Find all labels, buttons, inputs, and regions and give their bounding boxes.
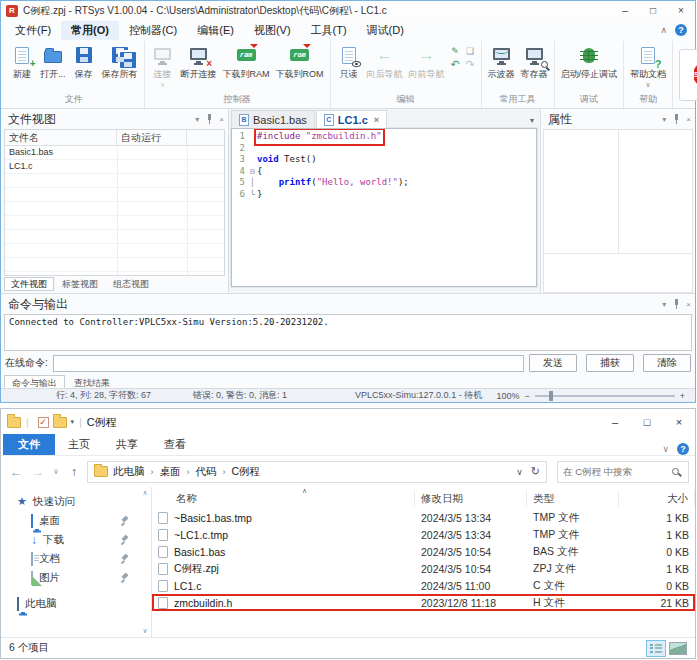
menu-item-控制器(C)[interactable]: 控制器(C) (119, 21, 187, 40)
file-row-~Basic1.bas.tmp[interactable]: ~Basic1.bas.tmp2024/3/5 13:34TMP 文件1 KB (152, 509, 695, 526)
menu-item-编辑(E)[interactable]: 编辑(E) (187, 21, 244, 40)
thumbnail-view-button[interactable] (669, 642, 687, 655)
file-view-pin-icon[interactable] (205, 114, 213, 124)
file-row-Basic1.bas[interactable]: Basic1.bas2024/3/5 10:54BAS 文件0 KB (152, 543, 695, 560)
zoom-slider-thumb[interactable] (549, 391, 553, 401)
fold-marker-icon[interactable]: │ (248, 177, 257, 189)
explorer-close-button[interactable]: × (663, 409, 695, 435)
refresh-icon[interactable]: ↻ (531, 465, 540, 478)
ribbon-button-帮助文档[interactable]: ?帮助文档∨ (627, 42, 669, 87)
qat-check-icon[interactable]: ✓ (38, 417, 49, 428)
menu-item-文件(F)[interactable]: 文件(F) (5, 21, 61, 40)
ribbon-expand-icon[interactable]: ∨ (662, 444, 669, 454)
ribbon-button-下载到ROM[interactable]: rom下载到ROM (273, 42, 327, 81)
ribbon-button-下载到RAM[interactable]: ram下载到RAM (220, 42, 273, 81)
redo-icon[interactable]: ↷ (465, 59, 476, 70)
properties-pin-icon[interactable] (672, 114, 680, 124)
online-command-input[interactable] (53, 355, 524, 372)
rtsys-titlebar[interactable]: R C例程.zpj - RTSys V1.00.04 - C:\Users\Ad… (1, 1, 695, 20)
explorer-tab-主页[interactable]: 主页 (55, 434, 103, 455)
ribbon-button-只读[interactable]: 只读 (334, 42, 364, 81)
breadcrumb-item-此电脑[interactable]: 此电脑 (113, 465, 145, 479)
address-dropdown-icon[interactable]: ∨ (516, 467, 523, 477)
sidebar-item-文档[interactable]: 文档 (1, 549, 139, 568)
ribbon-button-向前导航[interactable]: →向前导航 (406, 42, 448, 81)
explorer-maximize-button[interactable]: □ (631, 409, 663, 435)
column-header-修改日期[interactable]: 修改日期 (415, 491, 527, 507)
breadcrumb-item-代码[interactable]: 代码 (196, 465, 217, 479)
breadcrumb[interactable]: 此电脑›桌面›代码›C例程 ∨ ↻ (87, 461, 547, 483)
ribbon-button-断开连接[interactable]: ×断开连接 (178, 42, 220, 81)
nav-forward-icon[interactable]: → (29, 465, 47, 479)
code-editor[interactable]: 1#include "zmcbuildin.h"23void Test()4⊟{… (231, 128, 537, 287)
file-view-col-autorun[interactable]: 自动运行 (117, 130, 187, 145)
column-header-大小[interactable]: 大小 (619, 491, 695, 507)
details-view-button[interactable] (646, 640, 666, 657)
nav-back-icon[interactable]: ← (7, 465, 25, 479)
view-tab-文件视图[interactable]: 文件视图 (4, 277, 54, 291)
file-view-dropdown-icon[interactable]: ▾ (195, 115, 199, 124)
fold-marker-icon[interactable]: ⊟ (248, 166, 257, 178)
breadcrumb-item-桌面[interactable]: 桌面 (160, 465, 181, 479)
menu-item-视图(V)[interactable]: 视图(V) (244, 21, 301, 40)
ribbon-button-向后导航[interactable]: ←向后导航 (364, 42, 406, 81)
rtsys-minimize-button[interactable]: – (611, 1, 639, 20)
editor-tab-Basic1.bas[interactable]: BBasic1.bas (231, 110, 315, 128)
file-row-zmcbuildin.h[interactable]: zmcbuildin.h2023/12/8 11:18H 文件21 KB (152, 594, 695, 611)
explorer-minimize-button[interactable]: – (599, 409, 631, 435)
explorer-titlebar[interactable]: | ✓ ▾ | C例程 – □ × (1, 409, 695, 435)
zoom-in-button[interactable]: + (680, 391, 685, 401)
捕获-button[interactable]: 捕获 (586, 354, 634, 372)
ribbon-button-示波器[interactable]: 示波器 (485, 42, 518, 81)
properties-close-icon[interactable]: × (686, 115, 691, 124)
file-row-LC1.c[interactable]: LC1.c2024/3/5 11:00C 文件0 KB (152, 577, 695, 594)
sidebar-scrollbar[interactable]: ∧∨ (139, 487, 151, 637)
emergency-stop-button[interactable]: STOP紧急停止 (679, 49, 697, 101)
rtsys-maximize-button[interactable]: □ (639, 1, 667, 20)
qat-folder-icon[interactable] (53, 417, 67, 428)
menu-item-工具(T)[interactable]: 工具(T) (301, 21, 357, 40)
undo-icon[interactable]: ↶ (450, 59, 461, 70)
sidebar-item-下载[interactable]: ↓下载 (1, 530, 139, 549)
output-close-icon[interactable]: × (686, 300, 691, 309)
view-tab-标签视图[interactable]: 标签视图 (55, 277, 105, 291)
ribbon-button-保存所有[interactable]: 保存所有 (99, 42, 141, 81)
sidebar-item-此电脑[interactable]: 此电脑 (1, 594, 139, 613)
tab-close-icon[interactable]: × (374, 115, 379, 125)
ribbon-button-打开...[interactable]: 打开... (37, 42, 69, 81)
output-pin-icon[interactable] (672, 299, 680, 309)
清除-button[interactable]: 清除 (643, 354, 691, 372)
zoom-slider[interactable] (535, 395, 675, 397)
search-input[interactable] (563, 466, 672, 477)
nav-up-icon[interactable]: ↑ (65, 465, 83, 479)
file-row-~LC1.c.tmp[interactable]: ~LC1.c.tmp2024/3/5 13:34TMP 文件1 KB (152, 526, 695, 543)
copy-icon[interactable]: ❏ (465, 45, 476, 56)
project-file-row[interactable]: LC1.c (5, 160, 224, 174)
ribbon-collapse-icon[interactable]: ∧ (660, 25, 667, 35)
qat-caret-icon[interactable]: ▾ (71, 418, 75, 426)
explorer-help-icon[interactable]: ? (677, 443, 689, 455)
发送-button[interactable]: 发送 (529, 354, 577, 372)
view-tab-组态视图[interactable]: 组态视图 (106, 277, 156, 291)
file-view-col-name[interactable]: 文件名 (5, 130, 117, 145)
ribbon-button-启动/停止调试[interactable]: 启动/停止调试 (558, 42, 621, 81)
explorer-tab-共享[interactable]: 共享 (103, 434, 151, 455)
rtsys-help-icon[interactable]: ? (675, 24, 687, 36)
ribbon-button-保存[interactable]: 保存 (69, 42, 99, 81)
sidebar-item-桌面[interactable]: 桌面 (1, 511, 139, 530)
menu-item-调试(D)[interactable]: 调试(D) (357, 21, 414, 40)
editor-tab-LC1.c[interactable]: CLC1.c× (316, 110, 387, 128)
breadcrumb-item-C例程[interactable]: C例程 (232, 465, 261, 479)
rtsys-close-button[interactable]: × (667, 1, 695, 20)
sidebar-item-图片[interactable]: 图片 (1, 568, 139, 587)
ribbon-button-连接[interactable]: 连接∨ (148, 42, 178, 87)
column-header-类型[interactable]: 类型 (527, 491, 619, 507)
menu-item-常用(O)[interactable]: 常用(O) (61, 21, 119, 40)
nav-history-icon[interactable]: ∨ (51, 467, 61, 476)
output-dropdown-icon[interactable]: ▾ (662, 300, 666, 309)
fold-marker-icon[interactable]: └ (248, 189, 257, 201)
file-row-C例程.zpj[interactable]: C例程.zpj2024/3/5 10:54ZPJ 文件1 KB (152, 560, 695, 577)
file-view-close-icon[interactable]: × (219, 115, 224, 124)
zoom-out-button[interactable]: − (524, 391, 529, 401)
sidebar-item-快速访问[interactable]: ★快速访问 (1, 492, 139, 511)
